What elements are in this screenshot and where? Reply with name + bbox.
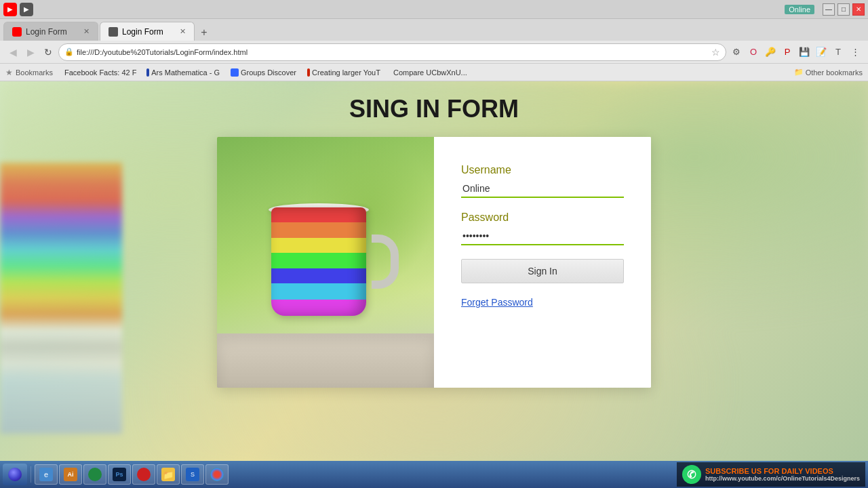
red-circle-icon [137, 468, 151, 481]
start-button[interactable] [3, 464, 27, 485]
photoshop-icon: Ps [113, 468, 126, 481]
title-bar: ▶ ▶ Online — □ ✕ [0, 0, 868, 19]
bookmark-label-3: Groups Discover [241, 68, 296, 77]
tab-favicon-2 [108, 27, 118, 37]
tab-favicon-1 [12, 27, 22, 37]
bookmark-label-5: Compare UCbwXnU... [393, 68, 467, 77]
mug-scene [217, 137, 434, 388]
login-card: Username Password Sign In Forget Passwor… [217, 137, 651, 388]
username-label: Username [461, 164, 624, 176]
table-surface [217, 333, 434, 388]
tab-close-1[interactable]: ✕ [83, 27, 90, 36]
title-bar-left: ▶ ▶ [3, 3, 33, 16]
taskbar-item-slides[interactable]: S [181, 464, 204, 485]
page-title: SING IN FORM [349, 95, 519, 123]
maximize-button[interactable]: □ [837, 3, 850, 16]
save-icon[interactable]: 💾 [797, 45, 812, 60]
tab-label-2: Login Form [122, 27, 163, 37]
page-content: SING IN FORM Username [0, 81, 868, 461]
window-controls[interactable]: — □ ✕ [823, 3, 865, 16]
tab-label-1: Login Form [26, 27, 67, 37]
taskbar-items: e Ai Ps 📁 S [35, 464, 675, 485]
bookmark-2[interactable]: Ars Mathematica - G [142, 67, 224, 78]
minimize-button[interactable]: — [823, 3, 835, 16]
extensions-icon[interactable]: ⚙ [729, 45, 744, 60]
lock-icon: 🔒 [64, 47, 74, 56]
taskbar-item-ie[interactable]: e [35, 464, 58, 485]
windows-orb [8, 468, 22, 481]
slides-icon: S [186, 468, 199, 481]
taskbar-item-red[interactable] [132, 464, 155, 485]
tab-1[interactable]: Login Form ✕ [3, 22, 98, 41]
forward-button[interactable]: ▶ [23, 45, 38, 60]
youtube-taskbar-icon: ▶ [3, 3, 17, 16]
password-input[interactable] [461, 228, 624, 245]
mug-handle [372, 235, 399, 289]
tracker-icon [88, 468, 102, 481]
tab-bar: Login Form ✕ Login Form ✕ + [0, 19, 868, 41]
bookmark-label-2: Ars Mathematica - G [151, 68, 220, 77]
bookmark-favicon-4 [307, 68, 310, 77]
taskbar-item-ai[interactable]: Ai [59, 464, 82, 485]
browser-chrome: ▶ ▶ Online — □ ✕ Login Form ✕ Login Form [0, 0, 868, 81]
taskbar-item-photoshop[interactable]: Ps [108, 464, 131, 485]
translate-icon[interactable]: T [831, 45, 846, 60]
other-bookmarks-label: Other bookmarks [806, 68, 863, 77]
taskbar-item-folder[interactable]: 📁 [157, 464, 180, 485]
tab-2[interactable]: Login Form ✕ [100, 22, 195, 41]
password-label: Password [461, 211, 624, 224]
bookmark-3[interactable]: Groups Discover [226, 67, 300, 78]
other-bookmarks[interactable]: 📁 Other bookmarks [794, 68, 863, 77]
bookmark-label-1: Facebook Facts: 42 F [64, 68, 136, 77]
taskbar-item-tracker[interactable] [83, 464, 106, 485]
folder-icon: 📁 [161, 468, 175, 481]
bookmarks-label: Bookmarks [16, 68, 53, 77]
taskbar-separator-1 [31, 466, 31, 483]
mug-cylinder [271, 207, 366, 316]
nav-icons-right: ⚙ O 🔑 P 💾 📝 T ⋮ [729, 45, 863, 60]
tab-close-2[interactable]: ✕ [180, 27, 186, 36]
online-badge: Online [785, 5, 814, 14]
bookmarks-bar: ★ Bookmarks Facebook Facts: 42 F Ars Mat… [0, 64, 868, 81]
bookmark-favicon-2 [146, 68, 149, 77]
opera-icon[interactable]: O [746, 45, 761, 60]
username-input[interactable] [461, 180, 624, 198]
lastpass-icon[interactable]: 🔑 [763, 45, 778, 60]
username-group: Username [461, 164, 624, 198]
folder-icon: 📁 [794, 68, 804, 77]
bookmark-label-4: Creating larger YouT [312, 68, 380, 77]
whatsapp-promo: ✆ SUBSCRIBE US FOR DAILY VIDEOS http://w… [677, 462, 865, 487]
address-input[interactable] [77, 48, 709, 56]
taskbar-item-chrome[interactable] [205, 464, 229, 485]
ie-icon: e [39, 468, 53, 481]
new-tab-button[interactable]: + [196, 24, 212, 41]
bookmark-favicon-3 [231, 68, 239, 77]
notes-icon[interactable]: 📝 [814, 45, 829, 60]
whatsapp-icon: ✆ [682, 465, 701, 484]
pinterest-icon[interactable]: P [780, 45, 795, 60]
illustrator-icon: Ai [64, 468, 77, 481]
youtube-icon2: ▶ [20, 3, 33, 16]
card-image [217, 137, 434, 388]
back-button[interactable]: ◀ [5, 45, 20, 60]
refresh-button[interactable]: ↻ [41, 45, 56, 60]
promo-line1: SUBSCRIBE US FOR DAILY VIDEOS [705, 467, 860, 475]
sign-in-button[interactable]: Sign In [461, 259, 624, 283]
password-group: Password [461, 211, 624, 245]
bookmark-5[interactable]: Compare UCbwXnU... [387, 67, 469, 78]
bookmark-4[interactable]: Creating larger YouT [303, 67, 384, 78]
bookmark-1[interactable]: Facebook Facts: 42 F [58, 67, 140, 78]
close-button[interactable]: ✕ [852, 3, 865, 16]
more-icon[interactable]: ⋮ [848, 45, 863, 60]
chrome-icon [210, 468, 224, 481]
promo-text: SUBSCRIBE US FOR DAILY VIDEOS http://www… [705, 467, 860, 482]
taskbar: e Ai Ps 📁 S ✆ SUBSCRIBE US FOR DAILY VID… [0, 461, 868, 488]
bookmark-star-icon[interactable]: ☆ [711, 47, 720, 58]
login-form: Username Password Sign In Forget Passwor… [434, 137, 651, 388]
promo-line2: http://www.youtube.com/c/OnlineTutorials… [705, 475, 860, 482]
bookmarks-icon: ★ [5, 68, 13, 77]
address-bar-container[interactable]: 🔒 ☆ [58, 43, 726, 61]
mug [271, 207, 380, 329]
forgot-password-link[interactable]: Forget Password [461, 297, 624, 308]
nav-bar: ◀ ▶ ↻ 🔒 ☆ ⚙ O 🔑 P 💾 📝 T ⋮ [0, 41, 868, 64]
